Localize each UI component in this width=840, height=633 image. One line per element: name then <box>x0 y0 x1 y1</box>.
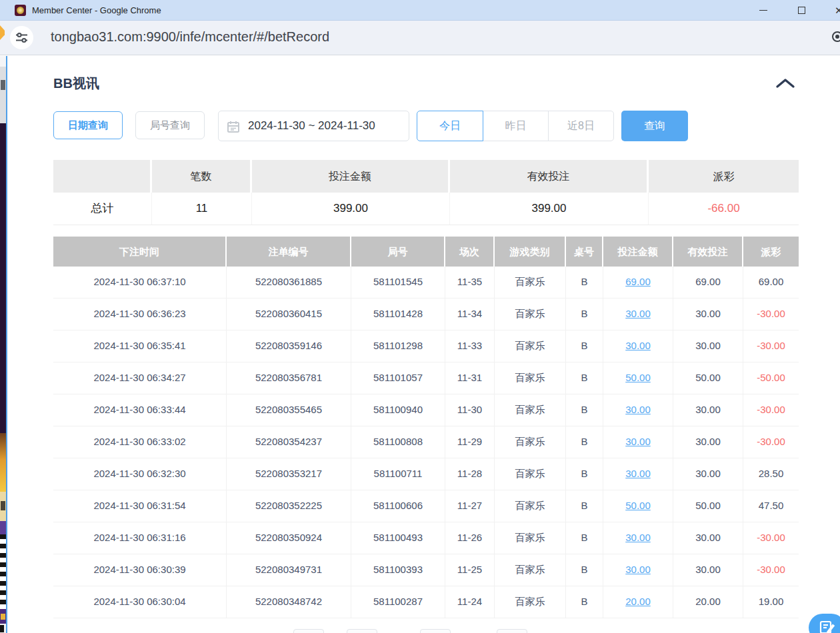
cell-game-type: 百家乐 <box>495 490 566 522</box>
bet-table-header-row: 下注时间注单编号局号场次游戏类别桌号投注金额有效投注派彩 <box>53 237 799 267</box>
cell-bet-amount: 50.00 <box>603 490 673 522</box>
bet-table-body: 2024-11-30 06:37:10522080361885581101545… <box>53 267 799 618</box>
cell-payout: -50.00 <box>743 362 799 394</box>
cell-payout: 19.00 <box>743 586 799 618</box>
cell-order-id: 522080360415 <box>227 299 351 330</box>
background-text-fragment <box>1 80 5 90</box>
bet-amount-link[interactable]: 50.00 <box>625 500 651 511</box>
cell-bet-time: 2024-11-30 06:35:41 <box>53 330 227 362</box>
target-icon[interactable] <box>832 31 840 42</box>
bet-header-cell: 派彩 <box>743 237 799 267</box>
bet-amount-link[interactable]: 20.00 <box>625 596 651 607</box>
bet-header-cell: 游戏类别 <box>495 237 566 267</box>
cell-game-type: 百家乐 <box>495 458 566 490</box>
bet-amount-link[interactable]: 30.00 <box>625 340 651 351</box>
cell-bet-amount: 20.00 <box>603 586 673 618</box>
cell-payout: -30.00 <box>743 394 799 426</box>
cell-round-id: 581101545 <box>351 267 445 298</box>
summary-header-cell: 派彩 <box>649 160 799 193</box>
bet-amount-link[interactable]: 30.00 <box>625 532 651 543</box>
table-row: 2024-11-30 06:37:10522080361885581101545… <box>53 267 799 299</box>
cell-game-type: 百家乐 <box>495 522 566 554</box>
yesterday-tab[interactable]: 昨日 <box>483 111 549 141</box>
table-row: 2024-11-30 06:32:30522080353217581100711… <box>53 458 799 490</box>
cell-round-id: 581100287 <box>351 586 445 618</box>
cell-table-id: B <box>566 362 603 394</box>
table-row: 2024-11-30 06:36:23522080360415581101428… <box>53 299 799 330</box>
maximize-icon <box>798 7 805 14</box>
cell-bet-time: 2024-11-30 06:36:23 <box>53 299 227 330</box>
cell-payout: -30.00 <box>743 299 799 330</box>
bet-amount-link[interactable]: 30.00 <box>625 436 651 447</box>
cell-game-type: 百家乐 <box>495 362 566 394</box>
site-info-button[interactable] <box>10 26 33 49</box>
today-tab[interactable]: 今日 <box>417 111 483 141</box>
background-page-strip <box>0 56 6 67</box>
table-row: 2024-11-30 06:34:27522080356781581101057… <box>53 362 799 394</box>
tune-sliders-icon <box>15 31 28 44</box>
background-text-fragment <box>1 614 5 620</box>
cell-round-id: 581100711 <box>351 458 445 490</box>
note-pencil-icon <box>819 619 836 633</box>
cell-bet-amount: 30.00 <box>603 458 673 490</box>
last-8-days-tab[interactable]: 近8日 <box>548 111 614 141</box>
collapse-button[interactable] <box>775 77 797 92</box>
pagination-button[interactable] <box>420 629 451 633</box>
cell-round-id: 581101057 <box>351 362 445 394</box>
close-button[interactable]: ✕ <box>829 0 840 21</box>
pagination-button[interactable] <box>293 629 324 633</box>
date-range-picker[interactable]: 2024-11-30 ~ 2024-11-30 <box>218 111 409 141</box>
address-input[interactable]: tongbao31.com:9900/infe/mcenter/#/betRec… <box>51 29 329 45</box>
cell-order-id: 522080353217 <box>227 458 351 490</box>
maximize-button[interactable] <box>787 0 817 21</box>
bet-amount-link[interactable]: 50.00 <box>625 372 651 383</box>
bet-amount-link[interactable]: 30.00 <box>625 468 651 479</box>
cell-table-id: B <box>566 394 603 426</box>
background-text-fragment <box>1 501 5 510</box>
cell-round-id: 581100493 <box>351 522 445 554</box>
bet-amount-link[interactable]: 30.00 <box>625 308 651 319</box>
summary-header-cell: 有效投注 <box>450 160 649 193</box>
bet-amount-link[interactable]: 69.00 <box>625 276 651 287</box>
summary-header-cell: 投注金额 <box>252 160 450 193</box>
summary-total-row: 总计 11 399.00 399.00 -66.00 <box>53 193 799 225</box>
bet-header-cell: 场次 <box>445 237 495 267</box>
summary-count: 11 <box>152 193 252 225</box>
cell-round-id: 581101298 <box>351 330 445 362</box>
summary-valid-bet: 399.00 <box>450 193 649 225</box>
cell-round-id: 581100940 <box>351 394 445 426</box>
table-row: 2024-11-30 06:31:16522080350924581100493… <box>53 522 799 554</box>
summary-header-cell <box>53 160 152 193</box>
cell-bet-amount: 30.00 <box>603 394 673 426</box>
chat-button[interactable] <box>809 614 840 633</box>
bet-amount-link[interactable]: 30.00 <box>625 564 651 575</box>
chevron-up-icon <box>775 77 795 89</box>
cell-bet-amount: 30.00 <box>603 330 673 362</box>
qr-module <box>0 625 4 632</box>
cell-game-type: 百家乐 <box>495 394 566 426</box>
cell-bet-time: 2024-11-30 06:31:16 <box>53 522 227 554</box>
calendar-icon <box>227 121 239 133</box>
cell-payout: -30.00 <box>743 426 799 458</box>
cell-valid-bet: 20.00 <box>673 586 743 618</box>
cell-order-id: 522080356781 <box>227 362 351 394</box>
cell-order-id: 522080348742 <box>227 586 351 618</box>
cell-valid-bet: 30.00 <box>673 522 743 554</box>
background-page-strip <box>0 123 6 433</box>
search-button[interactable]: 查询 <box>621 111 688 141</box>
round-query-button[interactable]: 局号查询 <box>135 111 205 139</box>
cell-table-id: B <box>566 426 603 458</box>
date-query-button[interactable]: 日期查询 <box>53 111 123 139</box>
cell-bet-time: 2024-11-30 06:32:30 <box>53 458 227 490</box>
cell-bet-time: 2024-11-30 06:34:27 <box>53 362 227 394</box>
pagination-button[interactable] <box>347 629 377 633</box>
background-page-strip <box>0 521 6 534</box>
bet-amount-link[interactable]: 30.00 <box>625 404 651 415</box>
summary-header-row: 笔数投注金额有效投注派彩 <box>53 160 799 193</box>
close-icon: ✕ <box>835 5 840 17</box>
cell-game-type: 百家乐 <box>495 586 566 618</box>
pagination-button[interactable] <box>497 629 527 633</box>
cell-bet-time: 2024-11-30 06:37:10 <box>53 267 227 298</box>
minimize-button[interactable] <box>748 0 779 21</box>
cell-payout: 69.00 <box>743 267 799 298</box>
